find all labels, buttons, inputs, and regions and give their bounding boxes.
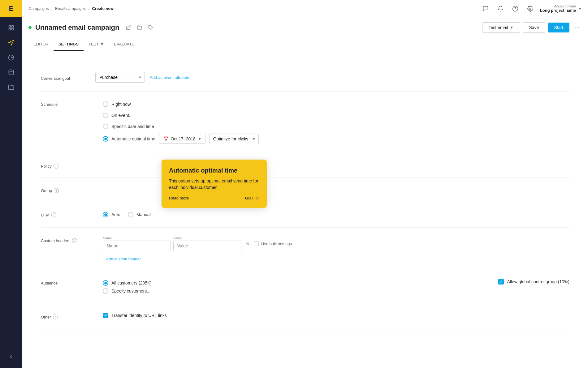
more-options-button[interactable]: ··· <box>572 23 582 32</box>
optimize-select-wrapper: Optimize for clicks ▼ <box>209 134 259 144</box>
audience-all-customers[interactable]: All customers (235K) <box>103 279 152 287</box>
control-group-checkbox[interactable] <box>498 279 504 285</box>
campaign-header-right: Test email ▼ Save Start ··· <box>482 22 582 33</box>
breadcrumb-sep-1: › <box>51 6 53 11</box>
help-icon-button[interactable] <box>510 4 520 14</box>
sidebar-bottom <box>4 349 18 368</box>
radio-specific-date[interactable] <box>103 124 108 129</box>
topbar: Campaigns › Email campaigns › Create new <box>22 0 588 17</box>
sidebar-item-analytics[interactable] <box>4 51 18 64</box>
radio-auto-optimal[interactable] <box>103 136 108 142</box>
svg-rect-1 <box>12 26 14 28</box>
other-row: Other i Transfer identity to URL links <box>41 304 569 328</box>
svg-rect-3 <box>12 28 14 30</box>
policy-label: Policy i <box>41 162 90 169</box>
tooltip-read-more-link[interactable]: Read more <box>169 196 189 200</box>
audience-specify[interactable]: Specify customers... <box>103 287 152 295</box>
remove-header-button[interactable]: ✕ <box>244 240 251 247</box>
group-info-icon[interactable]: i <box>54 188 59 193</box>
radio-utm-manual-label: Manual <box>136 212 151 217</box>
conversion-goal-select-wrapper: Purchase ▼ <box>95 72 145 83</box>
schedule-auto-optimal[interactable]: Automatic optimal time <box>103 135 155 143</box>
transfer-identity-checkbox[interactable] <box>103 313 108 318</box>
radio-right-now[interactable] <box>103 101 108 107</box>
name-input-group: Name <box>103 236 171 251</box>
settings-content: Conversion goal Purchase ▼ Add an event … <box>22 51 588 368</box>
tab-evaluate[interactable]: EVALUATE <box>109 38 139 51</box>
main-content: Campaigns › Email campaigns › Create new <box>22 0 588 368</box>
sidebar-logo[interactable]: E <box>0 0 22 17</box>
tag-icon-button[interactable] <box>146 23 155 32</box>
sidebar-item-database[interactable] <box>4 66 18 79</box>
svg-rect-2 <box>9 28 11 30</box>
campaign-title: Unnamed email campaign <box>35 24 119 32</box>
account-chevron-icon: ▼ <box>578 7 582 11</box>
policy-info-icon[interactable]: i <box>54 164 58 169</box>
date-picker[interactable]: 📅 Oct 17, 2018 ▼ <box>159 134 205 144</box>
schedule-right-now[interactable]: Right now <box>103 100 569 108</box>
campaign-header: Unnamed email campaign Test email ▼ Save <box>22 17 588 38</box>
radio-utm-auto[interactable] <box>103 212 108 217</box>
radio-utm-auto-label: Auto <box>111 212 120 217</box>
svg-rect-0 <box>9 26 11 28</box>
tabs: EDITOR SETTINGS TEST ▼ EVALUATE <box>22 38 588 51</box>
tab-test[interactable]: TEST ▼ <box>84 38 109 51</box>
breadcrumb-email-campaigns[interactable]: Email campaigns <box>55 6 86 11</box>
utm-manual-option[interactable]: Manual <box>128 211 151 219</box>
schedule-on-event[interactable]: On event... <box>103 111 569 119</box>
sidebar-nav <box>4 17 18 349</box>
collapse-button[interactable] <box>4 349 18 363</box>
start-button[interactable]: Start <box>548 23 569 32</box>
radio-utm-manual[interactable] <box>128 212 133 217</box>
breadcrumb-campaigns[interactable]: Campaigns <box>28 6 49 11</box>
utm-info-icon[interactable]: i <box>51 212 56 217</box>
add-custom-header-link[interactable]: + Add custom header <box>103 257 569 261</box>
campaign-status-dot <box>28 26 32 29</box>
bulk-settings-checkbox[interactable] <box>254 241 259 246</box>
svg-point-7 <box>529 8 531 9</box>
add-event-attribute-link[interactable]: Add an event attribute <box>150 75 189 80</box>
name-input[interactable] <box>103 241 171 251</box>
radio-all-customers-label: All customers (235K) <box>111 280 152 285</box>
utm-label: UTM i <box>41 211 90 217</box>
radio-on-event[interactable] <box>103 113 108 118</box>
schedule-label-text: Schedule <box>41 102 58 107</box>
campaign-action-icons <box>124 23 155 32</box>
settings-icon-button[interactable] <box>525 4 535 14</box>
account-menu[interactable]: Account name Long project name ▼ <box>540 4 582 13</box>
custom-headers-info-icon[interactable]: i <box>72 238 77 243</box>
optimize-select[interactable]: Optimize for clicks <box>209 134 259 144</box>
utm-auto-option[interactable]: Auto <box>103 211 120 219</box>
edit-icon-button[interactable] <box>124 23 133 32</box>
custom-headers-content: Name Value ✕ Use bulk settings <box>103 236 569 261</box>
audience-label: Audience <box>41 279 90 285</box>
value-input[interactable] <box>173 241 241 251</box>
sidebar-item-files[interactable] <box>4 80 18 94</box>
account-info: Account name Long project name <box>540 4 576 13</box>
test-email-button[interactable]: Test email ▼ <box>482 22 520 33</box>
account-project-label: Long project name <box>540 8 576 13</box>
date-chevron-icon: ▼ <box>198 137 201 141</box>
radio-auto-optimal-label: Automatic optimal time <box>111 136 155 141</box>
radio-specify-customers-label: Specify customers... <box>111 289 150 293</box>
schedule-specific-date[interactable]: Specific date and time <box>103 122 569 131</box>
conversion-goal-row: Conversion goal Purchase ▼ Add an event … <box>41 63 569 92</box>
conversion-goal-select[interactable]: Purchase <box>95 72 145 83</box>
tab-editor[interactable]: EDITOR <box>28 38 54 51</box>
radio-specify-customers[interactable] <box>103 288 108 294</box>
schedule-row: Schedule Right now On event... Specific … <box>41 92 569 153</box>
sidebar-item-campaigns[interactable] <box>4 36 18 49</box>
sidebar-item-dashboard[interactable] <box>4 21 18 35</box>
bell-icon-button[interactable] <box>495 4 505 14</box>
other-info-icon[interactable]: i <box>53 315 58 319</box>
folder-icon-button[interactable] <box>135 23 144 32</box>
breadcrumb-sep-2: › <box>88 6 89 11</box>
radio-all-customers[interactable] <box>103 280 108 286</box>
tab-settings[interactable]: SETTINGS <box>54 38 84 51</box>
name-input-label: Name <box>103 236 171 240</box>
tooltip-got-it-button[interactable]: GOT IT <box>245 196 259 200</box>
save-button[interactable]: Save <box>523 22 546 33</box>
group-label: Group i <box>41 186 90 193</box>
custom-headers-row: Custom headers i Name Value ✕ <box>41 228 569 270</box>
chat-icon-button[interactable] <box>481 4 491 14</box>
